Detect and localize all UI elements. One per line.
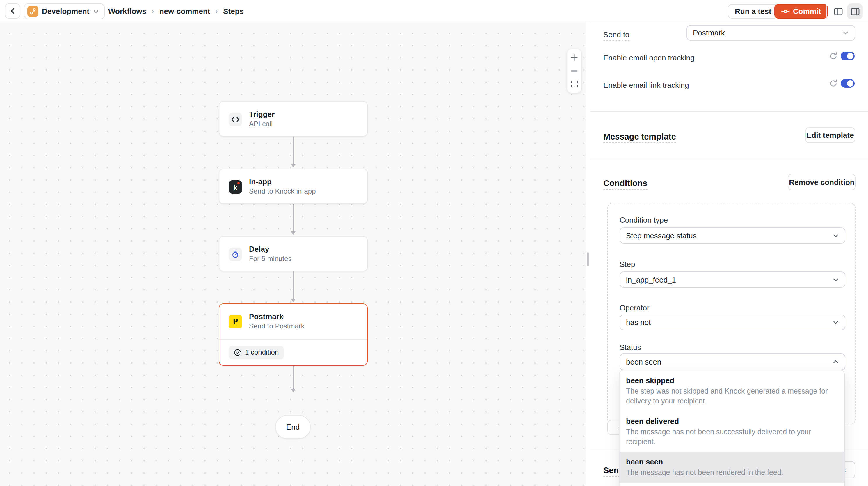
node-subtitle: Send to Postmark	[249, 322, 305, 331]
timer-icon	[229, 247, 242, 261]
panel-left-icon	[833, 7, 843, 16]
step-label: Step	[620, 260, 635, 268]
condition-type-select[interactable]: Step message status	[620, 227, 845, 244]
breadcrumb-workflows[interactable]: Workflows	[108, 7, 146, 15]
workflow-canvas[interactable]: Trigger API call k In-app Send to Knock …	[0, 22, 586, 486]
node-delay[interactable]: Delay For 5 minutes	[219, 236, 368, 271]
node-title: In-app	[249, 177, 316, 187]
send-to-label: Send to	[603, 30, 629, 41]
zoom-out-button[interactable]	[569, 66, 580, 76]
open-tracking-toggle[interactable]	[841, 52, 855, 61]
back-button[interactable]	[5, 3, 20, 19]
chevron-left-icon	[9, 7, 16, 14]
reset-icon[interactable]	[829, 52, 838, 61]
edge-trigger-inapp	[290, 137, 296, 167]
status-combobox[interactable]: been seen	[620, 353, 845, 370]
check-circle-icon	[234, 349, 242, 356]
chevron-up-icon	[833, 359, 839, 365]
edit-template-button[interactable]: Edit template	[805, 127, 855, 143]
toggle-right-panel-button[interactable]	[847, 3, 863, 19]
node-in-app[interactable]: k In-app Send to Knock in-app	[219, 169, 368, 204]
link-tracking-label: Enable email link tracking	[603, 81, 689, 90]
status-option-been-delivered[interactable]: been delivered The message has not been …	[620, 411, 844, 452]
run-test-label: Run a test	[735, 7, 771, 16]
chevron-down-icon	[833, 319, 839, 326]
zoom-in-button[interactable]	[569, 53, 580, 63]
postmark-icon: P	[229, 315, 242, 328]
environment-name: Development	[42, 7, 89, 16]
status-option-been-seen[interactable]: been seen The message has not been rende…	[620, 452, 844, 483]
node-subtitle: For 5 minutes	[249, 255, 292, 263]
condition-count-badge[interactable]: 1 condition	[229, 346, 284, 359]
breadcrumb-workflow-name[interactable]: new-comment	[159, 7, 210, 15]
status-option-been-skipped[interactable]: been skipped The step was not skipped an…	[620, 370, 844, 411]
status-dropdown-menu: been skipped The step was not skipped an…	[619, 370, 845, 486]
branch-icon	[27, 6, 38, 17]
option-title: been skipped	[626, 376, 838, 385]
commit-label: Commit	[793, 7, 821, 16]
edge-delay-postmark	[290, 271, 296, 302]
panel-right-icon	[850, 7, 860, 16]
knock-icon: k	[229, 180, 242, 193]
breadcrumb-current-page: Steps	[223, 7, 244, 15]
panel-resize-handle[interactable]	[587, 252, 589, 266]
environment-switcher[interactable]: Development	[24, 3, 104, 19]
send-to-select[interactable]: Postmark	[686, 25, 855, 41]
conditions-heading: Conditions	[603, 179, 647, 190]
breadcrumb: Workflows › new-comment › Steps	[108, 0, 244, 22]
node-postmark[interactable]: P Postmark Send to Postmark 1 condition	[219, 303, 368, 366]
edit-template-label: Edit template	[806, 131, 854, 139]
section-divider	[590, 159, 868, 159]
step-value: in_app_feed_1	[626, 275, 676, 284]
node-title: Postmark	[249, 312, 305, 322]
node-end[interactable]: End	[275, 415, 311, 439]
reset-icon[interactable]	[829, 79, 838, 88]
section-divider	[590, 111, 868, 111]
step-settings-panel: Send to Postmark Enable email open track…	[590, 22, 868, 486]
remove-condition-label: Remove condition	[789, 177, 854, 186]
status-value: been seen	[626, 358, 661, 366]
chevron-down-icon	[833, 277, 839, 283]
chevron-down-icon	[833, 232, 839, 239]
operator-select[interactable]: has not	[620, 315, 845, 330]
top-bar: Development Workflows › new-comment › St…	[0, 0, 868, 22]
send-to-value: Postmark	[693, 29, 725, 37]
app-window: Trigger API call k In-app Send to Knock …	[0, 0, 868, 486]
step-select[interactable]: in_app_feed_1	[620, 271, 845, 288]
node-title: Trigger	[249, 110, 275, 119]
operator-label: Operator	[620, 303, 650, 312]
link-tracking-toggle[interactable]	[841, 79, 855, 88]
open-tracking-label: Enable email open tracking	[603, 54, 694, 62]
edge-inapp-delay	[290, 204, 296, 235]
node-subtitle: API call	[249, 120, 275, 128]
fit-view-button[interactable]	[569, 79, 580, 89]
node-title: Delay	[249, 245, 292, 254]
breadcrumb-separator: ›	[216, 7, 218, 15]
status-option-been-read[interactable]: been read	[620, 483, 844, 486]
toolbar-divider	[826, 5, 827, 18]
node-trigger[interactable]: Trigger API call	[219, 101, 368, 137]
message-template-heading: Message template	[603, 132, 676, 143]
condition-type-value: Step message status	[626, 231, 697, 240]
toggle-left-panel-button[interactable]	[831, 4, 845, 19]
zoom-controls	[567, 49, 581, 93]
operator-value: has not	[626, 318, 651, 327]
remove-condition-button[interactable]: Remove condition	[788, 174, 856, 190]
commit-button[interactable]: Commit	[774, 4, 828, 19]
chevron-down-icon	[93, 8, 99, 14]
code-icon	[229, 112, 242, 126]
run-test-button[interactable]: Run a test	[728, 4, 778, 19]
node-subtitle: Send to Knock in-app	[249, 187, 316, 196]
option-title: been seen	[626, 457, 838, 467]
condition-count-label: 1 condition	[245, 348, 279, 356]
option-description: The step was not skipped and Knock gener…	[626, 387, 838, 407]
edge-postmark-end	[290, 366, 296, 392]
option-description: The message has not been rendered in the…	[626, 468, 838, 478]
option-title: been delivered	[626, 416, 838, 426]
condition-type-label: Condition type	[620, 216, 668, 224]
commit-icon	[781, 8, 789, 14]
option-description: The message has not been successfully de…	[626, 427, 838, 447]
breadcrumb-separator: ›	[152, 7, 154, 15]
end-label: End	[286, 423, 300, 431]
status-label: Status	[620, 343, 641, 352]
